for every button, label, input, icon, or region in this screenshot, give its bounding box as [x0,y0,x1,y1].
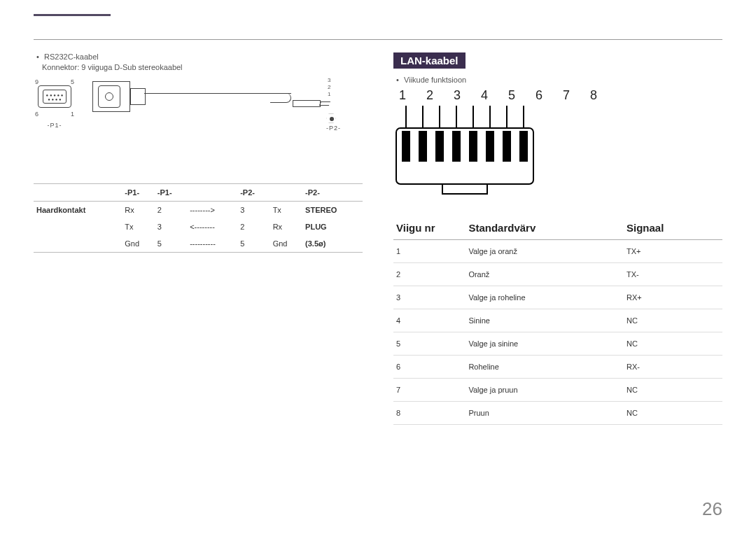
lan-heading: LAN-kaabel [393,52,465,69]
svg-rect-10 [419,131,427,162]
header-divider [34,39,722,40]
cable-line-icon [144,93,291,101]
cell: 3 [155,218,187,235]
cell: 8 [393,402,465,425]
rj45-pin-numbers: 1 2 3 4 5 6 7 8 [399,88,722,103]
table-row: 1Valge ja oranžTX+ [393,240,722,263]
cell: RX+ [624,286,722,309]
table-header-row: -P1- -P1- -P2- -P2- [34,184,363,202]
cell: Roheline [465,356,624,379]
jack-size-label: (3.5ø) [302,235,363,253]
jack-pin-numbers: 3 2 1 [328,77,330,98]
right-column: LAN-kaabel • Viikude funktsioon 1 2 3 4 … [393,52,722,425]
dsub-pin-9: 9 [35,78,38,85]
jack-pin-3: 3 [328,77,330,84]
cell: 1 [393,240,465,263]
table-row: 2OranžTX- [393,263,722,286]
haardkontakt-label: Haardkontakt [34,202,122,219]
rs232-diagram: 9 5 ● ● ● ● ●● ● ● ● 6 1 -P1- [34,78,363,176]
hdr-p1b: -P1- [155,184,187,202]
cell: Tx [270,202,302,219]
cell: 6 [393,356,465,379]
jack-p2-label: -P2- [326,125,341,132]
cell: 2 [237,218,270,235]
svg-rect-15 [503,131,511,162]
svg-rect-9 [402,131,410,162]
table-row: 3Valge ja rohelineRX+ [393,286,722,309]
cell: NC [624,309,722,332]
table-row: Gnd 5 ---------- 5 Gnd (3.5ø) [34,235,363,253]
plug-label: PLUG [302,218,363,235]
svg-rect-14 [486,131,494,162]
table-row: 6RohelineRX- [393,356,722,379]
dsub-connector-icon: 9 5 ● ● ● ● ●● ● ● ● 6 1 -P1- [34,85,76,108]
cell: --------> [187,202,237,219]
cable-plug-icon [92,81,141,112]
cell: 5 [155,235,187,253]
table-row: 5Valge ja sinineNC [393,332,722,356]
svg-rect-13 [469,131,477,162]
left-bullet: • RS232C-kaabel [34,52,363,61]
header-accent-bar [34,14,111,16]
cell: NC [624,379,722,402]
hdr-p2a: -P2- [237,184,270,202]
cell: TX+ [624,240,722,263]
cell: Valge ja pruun [465,379,624,402]
jack-pin-2: 2 [328,84,330,91]
left-subline: Konnektor: 9 viiguga D-Sub stereokaabel [42,63,363,71]
jack-hex-icon [326,113,336,123]
cell: RX- [624,356,722,379]
cell: Oranž [465,263,624,286]
dsub-pin-6: 6 [35,111,38,118]
right-bullet: • Viikude funktsioon [393,76,722,84]
stereo-jack-icon [293,99,330,107]
cell: Valge ja roheline [465,286,624,309]
svg-rect-11 [435,131,444,162]
hdr-signal: Signaal [624,216,722,240]
left-bullet-text: RS232C-kaabel [44,52,99,61]
svg-rect-8 [396,128,533,184]
stereo-label: STEREO [302,202,363,219]
cell: NC [624,332,722,356]
cell: TX- [624,263,722,286]
left-column: • RS232C-kaabel Konnektor: 9 viiguga D-S… [34,52,363,425]
cell: 3 [393,286,465,309]
table-header-row: Viigu nr Standardvärv Signaal [393,216,722,240]
cell: ---------- [187,235,237,253]
cell: 5 [237,235,270,253]
hdr-pin: Viigu nr [393,216,465,240]
cell: Valge ja oranž [465,240,624,263]
table-row: 8PruunNC [393,402,722,425]
cell: Tx [122,218,154,235]
cell: 2 [393,263,465,286]
cell: 2 [155,202,187,219]
hdr-color: Standardvärv [465,216,624,240]
cell: 3 [237,202,270,219]
hdr-p1a: -P1- [122,184,154,202]
cell: Sinine [465,309,624,332]
table-row: 4SinineNC [393,309,722,332]
table-row: Haardkontakt Rx 2 --------> 3 Tx STEREO [34,202,363,219]
cell: Pruun [465,402,624,425]
svg-rect-12 [452,131,461,162]
dsub-pin-1: 1 [71,111,74,118]
cell: <-------- [187,218,237,235]
right-bullet-text: Viikude funktsioon [404,76,466,84]
cell: Valge ja sinine [465,332,624,356]
svg-rect-16 [519,131,528,162]
cell: NC [624,402,722,425]
rj45-diagram: 1 2 3 4 5 6 7 8 [393,88,722,201]
cell: 5 [393,332,465,356]
bullet-dot-icon: • [34,52,42,61]
jack-pin-1: 1 [328,91,330,98]
cell: Gnd [122,235,154,253]
cell: Gnd [270,235,302,253]
dsub-p1-label: -P1- [34,122,76,129]
lan-pin-table: Viigu nr Standardvärv Signaal 1Valge ja … [393,216,722,425]
table-row: Tx 3 <-------- 2 Rx PLUG [34,218,363,235]
bullet-dot-icon: • [393,76,402,84]
cell: 7 [393,379,465,402]
cell: Rx [270,218,302,235]
page-number: 26 [702,498,722,520]
hdr-p2b: -P2- [302,184,363,202]
